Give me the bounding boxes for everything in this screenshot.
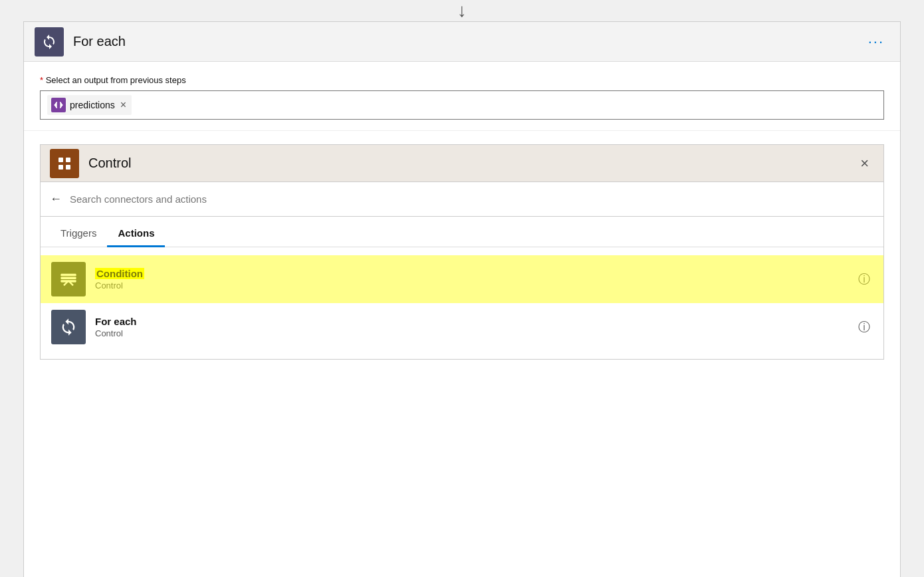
tag-chip-label: predictions bbox=[70, 100, 115, 110]
tag-input-box[interactable]: predictions × bbox=[40, 90, 884, 120]
condition-icon bbox=[59, 270, 78, 288]
field-label: * Select an output from previous steps bbox=[40, 75, 884, 85]
flow-connector-arrow: ↓ bbox=[457, 0, 467, 20]
condition-highlight-text: Condition bbox=[95, 268, 144, 279]
foreach-title: For each bbox=[73, 34, 863, 49]
foreach-body: * Select an output from previous steps p… bbox=[24, 62, 900, 131]
foreach-action-subtitle: Control bbox=[95, 328, 856, 338]
predictions-tag: predictions × bbox=[47, 95, 132, 115]
control-title: Control bbox=[88, 156, 855, 171]
search-box-container: ← bbox=[41, 182, 883, 217]
control-header: Control × bbox=[41, 145, 883, 182]
foreach-action-icon bbox=[59, 318, 78, 336]
tag-chip-close-button[interactable]: × bbox=[120, 100, 126, 110]
svg-rect-3 bbox=[66, 165, 70, 170]
down-arrow-icon: ↓ bbox=[457, 1, 467, 20]
condition-action-subtitle: Control bbox=[95, 281, 856, 290]
condition-action-item[interactable]: Condition Control ⓘ bbox=[41, 255, 883, 303]
foreach-header: For each ··· bbox=[24, 22, 900, 62]
search-input[interactable] bbox=[70, 193, 874, 205]
svg-rect-1 bbox=[66, 158, 70, 162]
actions-list: Condition Control ⓘ For each bbox=[41, 247, 883, 359]
foreach-icon-box bbox=[35, 27, 64, 57]
foreach-action-icon-box bbox=[51, 310, 86, 344]
condition-action-name: Condition bbox=[95, 268, 856, 279]
field-label-text: Select an output from previous steps bbox=[46, 75, 186, 85]
tab-actions[interactable]: Actions bbox=[107, 221, 165, 247]
code-icon bbox=[54, 100, 63, 110]
main-card: For each ··· * Select an output from pre… bbox=[23, 21, 901, 577]
condition-info-button[interactable]: ⓘ bbox=[856, 269, 873, 290]
control-icon-box bbox=[50, 149, 79, 178]
predictions-tag-icon bbox=[51, 98, 66, 112]
foreach-icon bbox=[41, 34, 57, 50]
svg-rect-5 bbox=[60, 274, 76, 277]
foreach-action-item[interactable]: For each Control ⓘ bbox=[41, 303, 883, 351]
svg-rect-2 bbox=[58, 165, 63, 170]
foreach-info-button[interactable]: ⓘ bbox=[856, 316, 873, 338]
back-arrow-button[interactable]: ← bbox=[50, 192, 62, 206]
svg-rect-0 bbox=[58, 158, 63, 162]
control-close-button[interactable]: × bbox=[855, 152, 874, 175]
svg-rect-4 bbox=[60, 277, 76, 280]
foreach-menu-button[interactable]: ··· bbox=[863, 31, 889, 53]
condition-action-text: Condition Control bbox=[95, 268, 856, 290]
foreach-action-name: For each bbox=[95, 316, 856, 327]
tab-triggers[interactable]: Triggers bbox=[50, 221, 107, 247]
condition-icon-box bbox=[51, 262, 86, 296]
foreach-action-text: For each Control bbox=[95, 316, 856, 338]
control-section: Control × ← Triggers Actions bbox=[40, 144, 884, 360]
control-icon bbox=[57, 156, 72, 172]
page-wrapper: ↓ For each ··· * Select an output from p… bbox=[0, 0, 924, 577]
required-asterisk: * bbox=[40, 75, 46, 85]
tabs-row: Triggers Actions bbox=[41, 217, 883, 247]
svg-rect-6 bbox=[60, 280, 76, 283]
